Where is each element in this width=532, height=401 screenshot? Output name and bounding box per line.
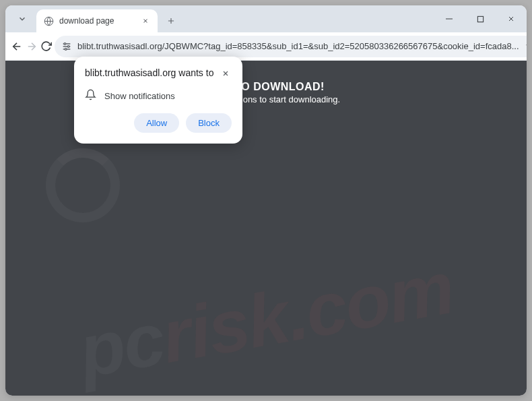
site-info-button[interactable] (61, 41, 72, 52)
forward-button[interactable] (26, 36, 38, 57)
svg-point-14 (64, 42, 66, 44)
block-button[interactable]: Block (186, 113, 232, 133)
permission-row: Show notifications (85, 89, 232, 102)
plus-icon (166, 16, 176, 26)
watermark: pcrisk.com (73, 245, 459, 394)
globe-icon (43, 16, 54, 26)
arrow-right-icon (26, 40, 38, 53)
permission-prompt-title: blibt.truthwasisadl.org wants to (85, 67, 219, 78)
window-controls (434, 5, 527, 32)
search-tabs-button[interactable] (12, 9, 32, 29)
url-text: blibt.truthwasisadl.org/JQBWMC?tag_id=85… (77, 41, 519, 51)
close-icon (142, 18, 149, 24)
permission-prompt-close-button[interactable] (220, 67, 232, 80)
close-icon (222, 69, 230, 78)
new-tab-button[interactable] (162, 11, 180, 30)
star-icon (526, 40, 527, 53)
allow-button[interactable]: Allow (134, 113, 179, 133)
minimize-button[interactable] (434, 5, 465, 32)
window-close-button[interactable] (496, 5, 527, 32)
svg-point-16 (65, 48, 67, 50)
maximize-icon (477, 16, 484, 23)
close-icon (507, 15, 515, 23)
minimize-icon (445, 15, 453, 23)
permission-label: Show notifications (104, 91, 175, 101)
svg-point-15 (67, 45, 69, 47)
tab-bar: download page (5, 5, 527, 32)
tune-icon (61, 41, 72, 52)
notification-permission-prompt: blibt.truthwasisadl.org wants to Show no… (74, 57, 242, 144)
reload-button[interactable] (40, 36, 52, 57)
bookmark-button[interactable] (525, 39, 527, 54)
bell-icon (85, 89, 96, 102)
active-tab[interactable]: download page (36, 9, 158, 32)
tab-close-button[interactable] (140, 16, 151, 26)
address-bar[interactable]: blibt.truthwasisadl.org/JQBWMC?tag_id=85… (55, 36, 527, 57)
chevron-down-icon (18, 14, 27, 24)
reload-icon (40, 40, 52, 52)
svg-rect-6 (477, 16, 483, 22)
loading-spinner-icon (46, 148, 120, 222)
back-button[interactable] (11, 36, 23, 57)
maximize-button[interactable] (465, 5, 496, 32)
tab-title: download page (59, 16, 135, 26)
arrow-left-icon (11, 40, 23, 53)
